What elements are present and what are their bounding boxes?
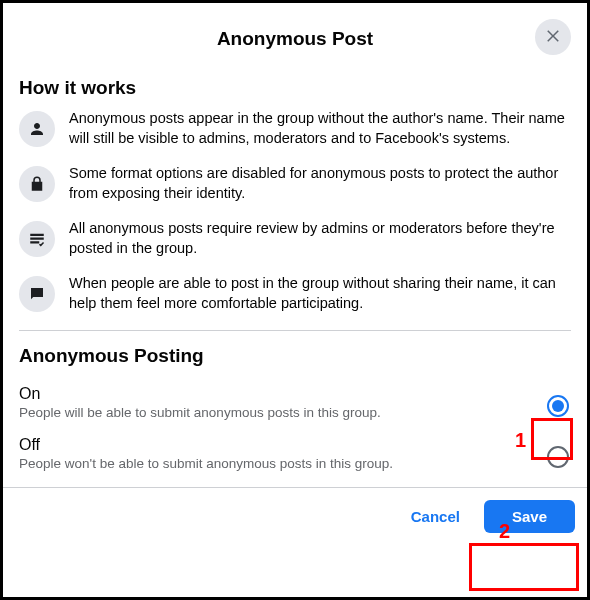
review-icon — [19, 221, 55, 257]
lock-icon — [19, 166, 55, 202]
close-button[interactable] — [535, 19, 571, 55]
info-row: All anonymous posts require review by ad… — [19, 219, 571, 258]
info-text: Anonymous posts appear in the group with… — [69, 109, 571, 148]
cancel-button[interactable]: Cancel — [395, 500, 476, 533]
option-on-desc: People will be able to submit anonymous … — [19, 405, 547, 420]
option-off-desc: People won't be able to submit anonymous… — [19, 456, 547, 471]
info-text: All anonymous posts require review by ad… — [69, 219, 571, 258]
person-icon — [19, 111, 55, 147]
option-off-label: Off — [19, 436, 547, 454]
info-row: Anonymous posts appear in the group with… — [19, 109, 571, 148]
option-on-label: On — [19, 385, 547, 403]
anonymous-posting-heading: Anonymous Posting — [19, 345, 571, 367]
dialog-title: Anonymous Post — [217, 28, 373, 50]
radio-off[interactable] — [547, 446, 569, 468]
chat-icon — [19, 276, 55, 312]
radio-on[interactable] — [547, 395, 569, 417]
dialog-header: Anonymous Post — [19, 15, 571, 63]
option-on-row[interactable]: On People will be able to submit anonymo… — [19, 377, 571, 428]
close-icon — [544, 26, 562, 48]
annotation-box-2 — [469, 543, 579, 591]
info-row: Some format options are disabled for ano… — [19, 164, 571, 203]
info-text: When people are able to post in the grou… — [69, 274, 571, 313]
save-button[interactable]: Save — [484, 500, 575, 533]
dialog-footer: Cancel Save — [3, 487, 587, 545]
how-it-works-heading: How it works — [19, 77, 571, 99]
option-off-row[interactable]: Off People won't be able to submit anony… — [19, 428, 571, 479]
info-text: Some format options are disabled for ano… — [69, 164, 571, 203]
divider — [19, 330, 571, 331]
info-row: When people are able to post in the grou… — [19, 274, 571, 313]
